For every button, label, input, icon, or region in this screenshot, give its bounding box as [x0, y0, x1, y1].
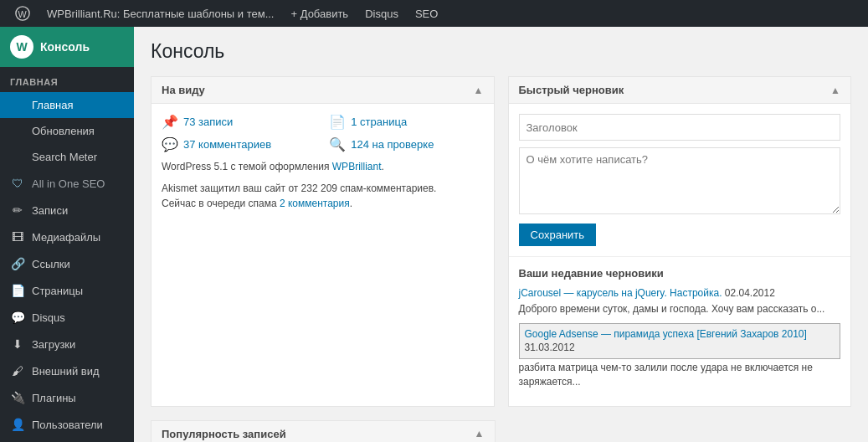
sidebar-section-main: Главная: [0, 67, 134, 92]
stat-kommentariev-label: 37 комментариев: [183, 138, 271, 151]
sidebar-label-aioseo: All in One SEO: [32, 177, 105, 190]
comment2-icon: 💬: [162, 136, 178, 152]
widget-na-vidu: На виду ▲ 📌 73 записи 📄 1 страница: [151, 76, 495, 407]
collapse-na-vidu-icon[interactable]: ▲: [474, 85, 484, 96]
widget-popularity-title: Популярность записей: [162, 428, 286, 440]
page2-icon: 📄: [329, 114, 346, 130]
sidebar-label-search-meter: Search Meter: [32, 151, 97, 163]
wp-version-dot: .: [381, 161, 383, 172]
akismet-text: Akismet защитил ваш сайт от 232 209 спам…: [162, 182, 436, 194]
sidebar-title: Консоль: [40, 40, 90, 54]
sidebar-item-obnovleniya[interactable]: Обновления: [0, 118, 134, 144]
sidebar: W Консоль Главная Главная Обновления Sea…: [0, 27, 134, 442]
stat-zapisi[interactable]: 📌 73 записи: [162, 114, 316, 130]
edit-icon: ✏: [10, 203, 25, 217]
disqus-menu[interactable]: Disqus: [357, 0, 407, 27]
sidebar-item-stranitsy[interactable]: 📄 Страницы: [0, 277, 134, 304]
sidebar-item-plaginy[interactable]: 🔌 Плагины: [0, 384, 134, 411]
wp-theme-link[interactable]: WPBrilliant: [332, 161, 382, 172]
sidebar-label-polzovateli: Пользователи: [32, 419, 103, 431]
widget-quick-draft: Быстрый черновик ▲ Сохранить Ваши недавн…: [508, 76, 852, 407]
recent-drafts: Ваши недавние черновики jCarousel — кару…: [509, 256, 851, 406]
download-icon: ⬇: [10, 337, 25, 351]
draft-title-input[interactable]: [519, 114, 841, 141]
draft-link-0[interactable]: jCarousel — карусель на jQuery. Настройк…: [519, 287, 722, 299]
review-icon: 🔍: [329, 136, 346, 152]
sidebar-item-disqus[interactable]: 💬 Disqus: [0, 304, 134, 331]
bottom-widget-row: Популярность записей ▲ 10 самых просматр…: [151, 420, 851, 442]
page-title: Консоль: [151, 40, 851, 63]
sidebar-label-vneshny-vid: Внешний вид: [32, 365, 100, 378]
appearance-icon: 🖌: [10, 364, 25, 378]
sidebar-label-stranitsy: Страницы: [32, 285, 83, 297]
draft-item-1: Google Adsense — пирамида успеха [Евгени…: [519, 323, 841, 389]
stat-stranitsa-label: 1 страница: [351, 116, 407, 128]
draft-content-input[interactable]: [519, 147, 841, 214]
wp-logo[interactable]: W: [7, 0, 39, 27]
widget-popularity-header: Популярность записей ▲: [152, 421, 495, 442]
stat-na-proverke[interactable]: 🔍 124 на проверке: [329, 136, 483, 152]
sidebar-label-plaginy: Плагины: [32, 392, 76, 404]
wp-version-text: WordPress 5.1 с темой оформления: [162, 161, 332, 172]
user-icon: 👤: [10, 418, 25, 431]
quick-draft-body: Сохранить: [509, 104, 851, 256]
sidebar-header: W Консоль: [0, 27, 134, 67]
add-new-button[interactable]: + Добавить: [282, 0, 357, 27]
stat-zapisi-label: 73 записи: [183, 116, 233, 128]
page-icon: 📄: [10, 284, 25, 297]
draft-excerpt-1: разбита матрица чем-то залили после удар…: [519, 361, 841, 389]
pin-icon: 📌: [162, 114, 178, 130]
sidebar-label-mediafaily: Медиафайлы: [32, 231, 100, 244]
recent-drafts-title: Ваши недавние черновики: [519, 267, 841, 280]
draft-date-1: 31.03.2012: [525, 342, 575, 353]
sidebar-item-aioseo[interactable]: 🛡 All in One SEO: [0, 170, 134, 197]
collapse-popularity-icon[interactable]: ▲: [475, 428, 485, 439]
wp-sidebar-icon: W: [10, 35, 33, 59]
layout: W Консоль Главная Главная Обновления Sea…: [0, 27, 868, 442]
collapse-quick-draft-icon[interactable]: ▲: [830, 85, 840, 96]
sidebar-label-disqus: Disqus: [32, 311, 65, 324]
sidebar-item-zagruzki[interactable]: ⬇ Загрузки: [0, 331, 134, 357]
comment-icon: 💬: [10, 311, 25, 324]
widget-popularity: Популярность записей ▲ 10 самых просматр…: [151, 420, 496, 442]
wp-version-line: WordPress 5.1 с темой оформления WPBrill…: [162, 161, 484, 172]
sidebar-item-search-meter[interactable]: Search Meter: [0, 144, 134, 170]
sidebar-item-zapisi[interactable]: ✏ Записи: [0, 197, 134, 224]
sidebar-item-mediafaily[interactable]: 🎞 Медиафайлы: [0, 224, 134, 250]
media-icon: 🎞: [10, 230, 25, 244]
draft-excerpt-0: Доброго времени суток, дамы и господа. Х…: [519, 302, 841, 316]
site-name[interactable]: WPBrilliant.Ru: Бесплатные шаблоны и тем…: [39, 0, 282, 27]
save-draft-button[interactable]: Сохранить: [519, 224, 597, 246]
link-icon: 🔗: [10, 257, 25, 270]
main-content: Консоль На виду ▲ 📌 73 записи 📄: [134, 27, 868, 442]
akismet-notice: Akismet защитил ваш сайт от 232 209 спам…: [162, 181, 484, 211]
widget-na-vidu-body: 📌 73 записи 📄 1 страница 💬 37 комментари…: [152, 104, 494, 221]
draft-date-0: 02.04.2012: [722, 287, 774, 299]
widget-na-vidu-header: На виду ▲: [152, 77, 494, 104]
seo-menu[interactable]: SEO: [407, 0, 446, 27]
stat-kommentariev[interactable]: 💬 37 комментариев: [162, 136, 316, 152]
sidebar-item-glavnaya[interactable]: Главная: [0, 92, 134, 118]
stats-grid: 📌 73 записи 📄 1 страница 💬 37 комментари…: [162, 114, 484, 152]
widget-na-vidu-title: На виду: [162, 84, 205, 96]
sidebar-label-zagruzki: Загрузки: [32, 338, 75, 351]
widget-quick-draft-header: Быстрый черновик ▲: [509, 77, 851, 104]
stat-na-proverke-label: 124 на проверке: [351, 138, 434, 151]
sidebar-item-polzovateli[interactable]: 👤 Пользователи: [0, 411, 134, 438]
shield-icon: 🛡: [10, 177, 25, 190]
sidebar-label-zapisi: Записи: [32, 204, 68, 217]
widget-quick-draft-title: Быстрый черновик: [519, 84, 624, 96]
plugin-icon: 🔌: [10, 391, 25, 404]
draft-selected-1: Google Adsense — пирамида успеха [Евгени…: [519, 323, 841, 360]
sidebar-item-vneshny-vid[interactable]: 🖌 Внешний вид: [0, 357, 134, 384]
top-widget-row: На виду ▲ 📌 73 записи 📄 1 страница: [151, 76, 851, 407]
sidebar-label-ssylki: Ссылки: [32, 258, 70, 270]
svg-text:W: W: [18, 9, 28, 19]
sidebar-item-ssylki[interactable]: 🔗 Ссылки: [0, 250, 134, 277]
draft-link-1[interactable]: Google Adsense — пирамида успеха [Евгени…: [525, 328, 807, 340]
sidebar-label-obnovleniya: Обновления: [32, 125, 95, 137]
stat-stranitsa[interactable]: 📄 1 страница: [329, 114, 483, 130]
akismet-link[interactable]: 2 комментария: [280, 198, 350, 209]
admin-bar: W WPBrilliant.Ru: Бесплатные шаблоны и т…: [0, 0, 868, 27]
right-spacer: [509, 420, 852, 442]
